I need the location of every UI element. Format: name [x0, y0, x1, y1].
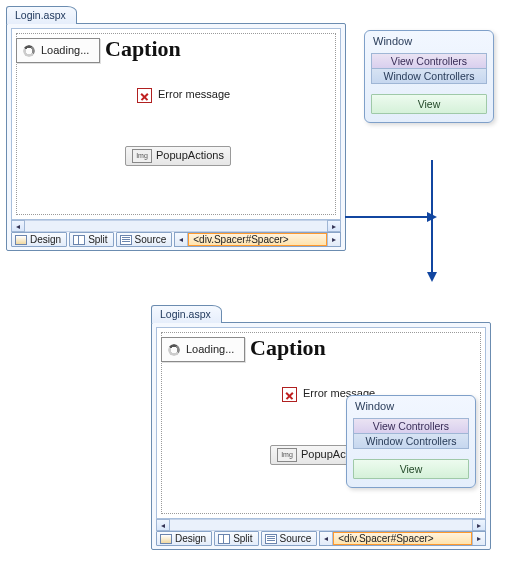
crumb-scroll-right[interactable]: ▸ — [472, 532, 485, 545]
window-palette-top: Window View Controllers Window Controlle… — [364, 30, 494, 123]
error-icon — [282, 387, 297, 402]
scroll-right-button[interactable]: ▸ — [472, 519, 486, 531]
view-mode-bar: Design Split Source ◂ <div.Spacer#Spacer… — [156, 531, 486, 546]
file-tab[interactable]: Login.aspx — [151, 305, 222, 323]
error-row: Error message — [137, 88, 230, 103]
scroll-right-button[interactable]: ▸ — [327, 220, 341, 232]
error-icon — [137, 88, 152, 103]
view-button[interactable]: View — [371, 94, 487, 114]
window-palette-bottom: Window View Controllers Window Controlle… — [346, 395, 476, 488]
tag-navigator: ◂ <div.Spacer#Spacer> ▸ — [174, 232, 341, 247]
caption-heading: Caption — [105, 36, 181, 62]
image-placeholder-icon: Img — [277, 448, 297, 462]
loading-popup: Loading... — [161, 337, 245, 362]
designer-window-top: Login.aspx Loading... Caption Error mess… — [6, 6, 346, 251]
spinner-icon — [23, 45, 35, 57]
palette-title: Window — [365, 31, 493, 51]
loading-text: Loading... — [186, 343, 234, 355]
arrow-vertical — [431, 160, 433, 290]
loading-text: Loading... — [41, 44, 89, 56]
horizontal-scrollbar[interactable]: ◂ ▸ — [156, 519, 486, 531]
window-controllers-row[interactable]: Window Controllers — [353, 434, 469, 449]
breadcrumb-selected[interactable]: <div.Spacer#Spacer> — [333, 532, 472, 545]
design-canvas[interactable]: Loading... Caption Error message ImgPopu… — [16, 33, 336, 215]
file-tab[interactable]: Login.aspx — [6, 6, 77, 24]
view-controllers-row[interactable]: View Controllers — [353, 418, 469, 434]
breadcrumb-selected[interactable]: <div.Spacer#Spacer> — [188, 233, 327, 246]
caption-heading: Caption — [250, 335, 326, 361]
horizontal-scrollbar[interactable]: ◂ ▸ — [11, 220, 341, 232]
popup-actions-button[interactable]: ImgPopupActions — [125, 146, 231, 166]
mode-split[interactable]: Split — [214, 531, 258, 546]
mode-source[interactable]: Source — [116, 232, 173, 247]
mode-source[interactable]: Source — [261, 531, 318, 546]
mode-design[interactable]: Design — [11, 232, 67, 247]
arrow-horizontal — [345, 216, 445, 218]
error-text: Error message — [158, 88, 230, 100]
crumb-scroll-left[interactable]: ◂ — [175, 233, 188, 246]
tag-navigator: ◂ <div.Spacer#Spacer> ▸ — [319, 531, 486, 546]
popup-actions-label: PopupActions — [156, 149, 224, 161]
spinner-icon — [168, 344, 180, 356]
image-placeholder-icon: Img — [132, 149, 152, 163]
scroll-left-button[interactable]: ◂ — [156, 519, 170, 531]
mode-split[interactable]: Split — [69, 232, 113, 247]
crumb-scroll-left[interactable]: ◂ — [320, 532, 333, 545]
view-controllers-row[interactable]: View Controllers — [371, 53, 487, 69]
palette-title: Window — [347, 396, 475, 416]
window-controllers-row[interactable]: Window Controllers — [371, 69, 487, 84]
loading-popup: Loading... — [16, 38, 100, 63]
mode-design[interactable]: Design — [156, 531, 212, 546]
view-button[interactable]: View — [353, 459, 469, 479]
crumb-scroll-right[interactable]: ▸ — [327, 233, 340, 246]
view-mode-bar: Design Split Source ◂ <div.Spacer#Spacer… — [11, 232, 341, 247]
scroll-left-button[interactable]: ◂ — [11, 220, 25, 232]
